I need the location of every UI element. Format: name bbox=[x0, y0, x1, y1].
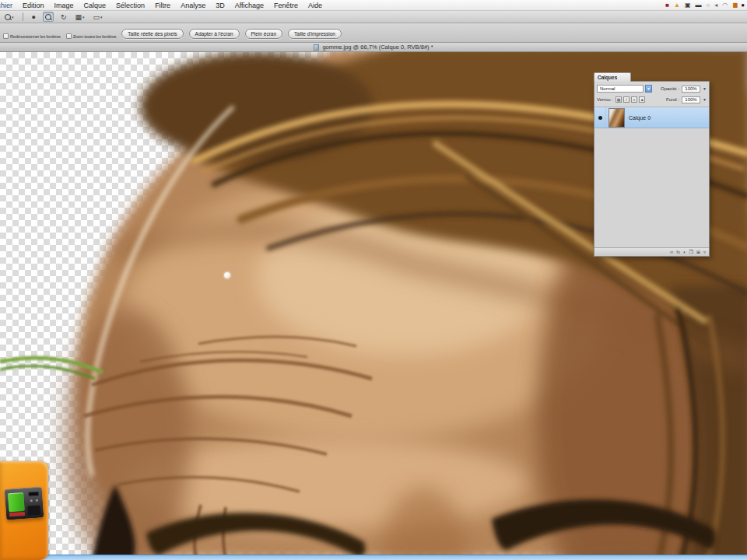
opacity-value-field[interactable]: 100% bbox=[682, 86, 700, 93]
video-watermark-logo bbox=[0, 461, 48, 560]
actual-pixels-button[interactable]: Taille réelle des pixels bbox=[121, 29, 183, 39]
checkbox-icon[interactable] bbox=[66, 33, 72, 39]
new-layer-icon[interactable]: ⊞ bbox=[696, 248, 700, 257]
fill-screen-button[interactable]: Plein écran bbox=[245, 29, 283, 39]
menu-calque[interactable]: Calque bbox=[84, 2, 107, 9]
link-layers-icon[interactable]: ∞ bbox=[670, 248, 673, 257]
resize-windows-checkbox[interactable]: Redimensionner les fenêtres bbox=[3, 33, 61, 39]
menu-affichage[interactable]: Affichage bbox=[235, 2, 264, 9]
menu-analyse[interactable]: Analyse bbox=[181, 2, 205, 9]
tv-screen bbox=[8, 492, 25, 512]
menu-3d[interactable]: 3D bbox=[216, 2, 225, 9]
rotate-view-tool-icon[interactable]: ↻ bbox=[59, 12, 68, 22]
delete-layer-icon[interactable]: ▿ bbox=[703, 248, 706, 257]
wifi-icon[interactable]: ◠ bbox=[722, 0, 728, 11]
arrange-documents-button[interactable]: ▦ ▾ bbox=[74, 12, 86, 22]
print-size-button[interactable]: Taille d'impression bbox=[288, 29, 342, 39]
layer-thumbnail[interactable] bbox=[608, 108, 625, 128]
clock-icon[interactable]: ● bbox=[741, 0, 745, 11]
layers-list: Calque 0 bbox=[594, 107, 709, 247]
chevron-down-icon[interactable]: ▼ bbox=[703, 97, 707, 102]
tool-preset-picker[interactable]: ▾ bbox=[3, 12, 16, 22]
tv-knob bbox=[36, 499, 38, 502]
hand-tool-icon[interactable]: ● bbox=[30, 12, 37, 22]
layer-row-calque-0[interactable]: Calque 0 bbox=[594, 107, 709, 128]
eye-icon bbox=[598, 116, 602, 120]
tv-speaker-slit bbox=[28, 492, 39, 497]
checkbox-icon[interactable] bbox=[3, 33, 9, 39]
video-seek-bar[interactable] bbox=[0, 555, 747, 560]
system-tray: ■ ▲ ▣ ▬ ○ ◂ ◠ ▮▮ ● bbox=[665, 0, 745, 11]
menu-filtre[interactable]: Filtre bbox=[155, 2, 170, 9]
menu-image[interactable]: Image bbox=[54, 2, 74, 9]
tool-preset-zoom-icon bbox=[5, 14, 11, 20]
fill-value-field[interactable]: 100% bbox=[682, 96, 700, 103]
adjustment-layer-icon[interactable]: ◐ bbox=[683, 248, 686, 257]
lock-buttons: ▦ / + ∎ bbox=[615, 96, 645, 103]
layer-name[interactable]: Calque 0 bbox=[629, 115, 651, 121]
screen-mode-button[interactable]: ▭ ▾ bbox=[92, 12, 104, 22]
divider bbox=[23, 12, 23, 21]
document-title-bar[interactable]: gomme.jpg @ 66,7% (Calque 0, RVB/8#) * bbox=[0, 43, 747, 52]
menu-edition[interactable]: Edition bbox=[23, 2, 44, 9]
layers-panel: Calques Normal ▼ Opacité : 100% ▼ Verrou… bbox=[594, 72, 710, 257]
menu-fichier[interactable]: Fichier bbox=[0, 2, 12, 9]
lock-position-icon[interactable]: + bbox=[631, 96, 637, 103]
tv-red-bar bbox=[9, 512, 25, 516]
tv-icon bbox=[5, 486, 44, 520]
chevron-down-icon: ▾ bbox=[82, 15, 85, 19]
eraser-brush-cursor[interactable] bbox=[224, 272, 230, 278]
chevron-down-icon: ▾ bbox=[12, 15, 14, 19]
menu-aide[interactable]: Aide bbox=[308, 2, 322, 9]
menu-selection[interactable]: Sélection bbox=[116, 2, 145, 9]
arrange-documents-icon: ▦ bbox=[75, 13, 82, 21]
tv-knob bbox=[30, 499, 33, 502]
layers-panel-tab[interactable]: Calques bbox=[594, 72, 631, 82]
opacity-label: Opacité : bbox=[661, 86, 679, 91]
fit-screen-button[interactable]: Adapter à l'écran bbox=[189, 29, 240, 39]
menu-items: Fichier Edition Image Calque Sélection F… bbox=[0, 2, 322, 9]
lock-transparency-icon[interactable]: ▦ bbox=[615, 96, 622, 103]
menu-bar: Fichier Edition Image Calque Sélection F… bbox=[0, 0, 747, 11]
layer-style-icon[interactable]: fx bbox=[676, 248, 680, 257]
chevron-down-icon[interactable]: ▼ bbox=[703, 86, 707, 91]
magnifier-icon bbox=[45, 14, 51, 20]
layer-group-icon[interactable]: ❒ bbox=[689, 248, 693, 257]
lock-label: Verrou : bbox=[597, 97, 613, 102]
display-menu-icon[interactable]: ▬ bbox=[696, 0, 702, 11]
chevron-down-icon[interactable]: ▼ bbox=[645, 85, 652, 93]
layers-panel-controls: Normal ▼ Opacité : 100% ▼ Verrou : ▦ / +… bbox=[594, 82, 709, 107]
visibility-toggle[interactable] bbox=[594, 107, 606, 128]
resize-windows-label: Redimensionner les fenêtres bbox=[10, 34, 61, 39]
layers-panel-body: Normal ▼ Opacité : 100% ▼ Verrou : ▦ / +… bbox=[594, 81, 710, 257]
zoom-tool-icon[interactable] bbox=[43, 12, 54, 22]
blend-mode-select[interactable]: Normal bbox=[597, 85, 644, 93]
app-switcher-icon[interactable]: ▣ bbox=[685, 0, 691, 11]
lock-all-icon[interactable]: ∎ bbox=[639, 96, 645, 103]
input-menu-icon[interactable]: ◂ bbox=[714, 0, 717, 11]
application-bar: ▾ ● ↻ ▦ ▾ ▭ ▾ bbox=[0, 11, 747, 23]
screen-mode-icon: ▭ bbox=[93, 13, 100, 21]
battery-icon[interactable]: ▮▮ bbox=[732, 0, 736, 11]
tv-control-panel bbox=[27, 506, 40, 516]
fill-label: Fond : bbox=[666, 97, 679, 102]
zoom-all-windows-checkbox[interactable]: Zoom toutes les fenêtres bbox=[66, 33, 117, 39]
zoom-all-windows-label: Zoom toutes les fenêtres bbox=[73, 34, 117, 39]
document-proxy-icon bbox=[314, 44, 319, 51]
menu-fenetre[interactable]: Fenêtre bbox=[274, 2, 298, 9]
alert-status-icon[interactable]: ▲ bbox=[674, 0, 680, 11]
sync-status-icon[interactable]: ○ bbox=[707, 0, 710, 11]
lock-pixels-icon[interactable]: / bbox=[623, 96, 630, 103]
tool-options-bar: Redimensionner les fenêtres Zoom toutes … bbox=[0, 23, 747, 43]
record-status-icon[interactable]: ■ bbox=[665, 0, 669, 11]
chevron-down-icon: ▾ bbox=[100, 15, 103, 19]
photoshop-window: Fichier Edition Image Calque Sélection F… bbox=[0, 0, 747, 560]
document-title: gomme.jpg @ 66,7% (Calque 0, RVB/8#) * bbox=[322, 44, 433, 51]
layers-panel-footer: ∞ fx ◐ ❒ ⊞ ▿ bbox=[594, 247, 709, 256]
